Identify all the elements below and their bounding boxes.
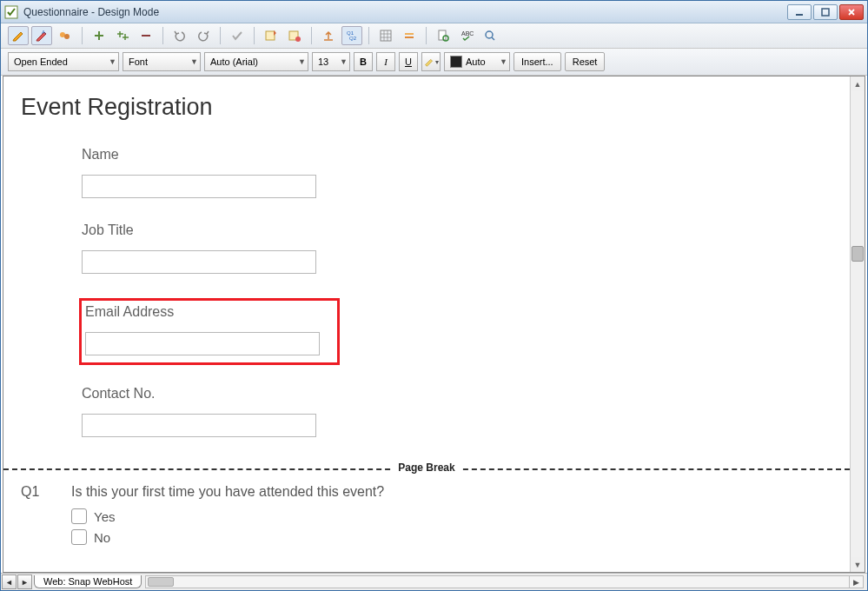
svg-rect-12 bbox=[381, 30, 391, 41]
svg-point-5 bbox=[64, 34, 70, 39]
separator bbox=[426, 27, 427, 44]
spellcheck-icon[interactable]: ABC bbox=[456, 26, 477, 45]
question-q1[interactable]: Q1 Is this your first time you have atte… bbox=[21, 484, 832, 550]
chevron-down-icon: ▼ bbox=[298, 57, 306, 66]
scroll-up-icon[interactable]: ▲ bbox=[851, 76, 865, 91]
text-input[interactable] bbox=[82, 250, 316, 274]
separator bbox=[311, 27, 312, 44]
design-canvas[interactable]: Event Registration Name Job Title Email … bbox=[3, 76, 850, 572]
app-window: Questionnaire - Design Mode A Q1Q2 ABC bbox=[0, 0, 868, 591]
question-text: Is this your first time you have attende… bbox=[71, 484, 384, 500]
font-name-combo[interactable]: Auto (Arial) ▼ bbox=[204, 52, 308, 71]
svg-rect-1 bbox=[796, 14, 803, 16]
option-label: No bbox=[94, 530, 110, 545]
color-value: Auto bbox=[466, 56, 500, 67]
text-input[interactable] bbox=[85, 332, 320, 355]
bold-button[interactable]: B bbox=[354, 52, 373, 71]
svg-text:ABC: ABC bbox=[461, 30, 474, 37]
field-email-address[interactable]: Email Address bbox=[79, 298, 340, 365]
maximize-button[interactable] bbox=[813, 4, 838, 20]
window-controls bbox=[787, 4, 864, 20]
tab-next-icon[interactable]: ► bbox=[17, 574, 32, 589]
tab-web[interactable]: Web: Snap WebHost bbox=[34, 575, 142, 588]
chevron-down-icon: ▼ bbox=[340, 57, 348, 66]
tab-prev-icon[interactable]: ◄ bbox=[2, 574, 17, 589]
page-title[interactable]: Event Registration bbox=[21, 94, 832, 121]
question-number: Q1 bbox=[21, 484, 56, 550]
svg-point-9 bbox=[295, 37, 301, 42]
field-job-title[interactable]: Job Title bbox=[82, 222, 832, 274]
scroll-track[interactable] bbox=[851, 91, 865, 557]
horizontal-scrollbar[interactable]: ▶ bbox=[145, 575, 864, 588]
option-no[interactable]: No bbox=[71, 529, 384, 545]
highlight-button[interactable]: ▾ bbox=[421, 52, 441, 71]
data-mode-icon[interactable] bbox=[55, 26, 76, 45]
grid-icon[interactable] bbox=[375, 26, 396, 45]
design-mode-icon[interactable] bbox=[8, 26, 29, 45]
field-label: Contact No. bbox=[82, 386, 832, 402]
svg-text:A: A bbox=[42, 30, 45, 35]
renumber-icon[interactable]: Q1Q2 bbox=[341, 26, 362, 45]
option-label: Yes bbox=[94, 509, 115, 524]
reset-button[interactable]: Reset bbox=[565, 52, 606, 71]
chevron-down-icon: ▼ bbox=[500, 57, 507, 66]
page-break-label: Page Break bbox=[393, 462, 460, 474]
undo-icon[interactable] bbox=[169, 26, 190, 45]
preview-icon[interactable] bbox=[433, 26, 454, 45]
redo-icon[interactable] bbox=[193, 26, 214, 45]
svg-rect-2 bbox=[822, 9, 829, 16]
option-yes[interactable]: Yes bbox=[71, 508, 384, 524]
canvas-area: Event Registration Name Job Title Email … bbox=[3, 76, 865, 573]
close-button[interactable] bbox=[839, 4, 864, 20]
variable-props-icon[interactable] bbox=[284, 26, 305, 45]
field-name[interactable]: Name bbox=[82, 147, 832, 198]
font-size-value: 13 bbox=[318, 56, 340, 67]
svg-point-16 bbox=[486, 31, 493, 38]
separator bbox=[162, 27, 163, 44]
delete-icon[interactable] bbox=[136, 26, 156, 45]
text-input[interactable] bbox=[82, 175, 316, 198]
chevron-down-icon: ▼ bbox=[190, 57, 198, 66]
style-mode-icon[interactable]: A bbox=[31, 26, 52, 45]
main-toolbar: A Q1Q2 ABC bbox=[1, 23, 867, 49]
check-icon[interactable] bbox=[227, 26, 248, 45]
font-name-value: Auto (Arial) bbox=[210, 56, 298, 67]
scroll-thumb[interactable] bbox=[148, 577, 174, 587]
search-icon[interactable] bbox=[480, 26, 500, 45]
app-icon bbox=[4, 5, 18, 19]
scroll-down-icon[interactable]: ▼ bbox=[851, 557, 865, 572]
font-family-value: Font bbox=[129, 56, 190, 67]
checkbox-icon[interactable] bbox=[71, 529, 87, 545]
question-type-value: Open Ended bbox=[14, 56, 109, 67]
separator bbox=[254, 27, 255, 44]
svg-rect-7 bbox=[266, 31, 275, 40]
field-label: Job Title bbox=[82, 222, 832, 238]
chevron-down-icon: ▼ bbox=[109, 57, 116, 66]
publish-icon[interactable] bbox=[318, 26, 339, 45]
layers-icon[interactable] bbox=[399, 26, 420, 45]
properties-icon[interactable] bbox=[261, 26, 282, 45]
font-size-combo[interactable]: 13 ▼ bbox=[312, 52, 350, 71]
scroll-thumb[interactable] bbox=[851, 246, 864, 262]
svg-text:Q2: Q2 bbox=[349, 36, 357, 41]
window-title: Questionnaire - Design Mode bbox=[23, 6, 787, 18]
page-break[interactable]: Page Break bbox=[3, 462, 850, 475]
format-toolbar: Open Ended ▼ Font ▼ Auto (Arial) ▼ 13 ▼ … bbox=[1, 49, 867, 76]
italic-button[interactable]: I bbox=[376, 52, 395, 71]
font-family-combo[interactable]: Font ▼ bbox=[123, 52, 201, 71]
checkbox-icon[interactable] bbox=[71, 508, 87, 524]
text-input[interactable] bbox=[82, 414, 316, 437]
separator bbox=[220, 27, 221, 44]
scroll-right-icon[interactable]: ▶ bbox=[849, 576, 863, 588]
insert-button[interactable]: Insert... bbox=[514, 52, 561, 71]
field-label: Name bbox=[82, 147, 832, 163]
minimize-button[interactable] bbox=[787, 4, 812, 20]
add-multi-icon[interactable] bbox=[112, 26, 133, 45]
color-combo[interactable]: Auto ▼ bbox=[444, 52, 510, 71]
field-contact-no[interactable]: Contact No. bbox=[82, 386, 832, 437]
underline-button[interactable]: U bbox=[399, 52, 418, 71]
separator bbox=[82, 27, 83, 44]
question-type-combo[interactable]: Open Ended ▼ bbox=[8, 52, 119, 71]
vertical-scrollbar[interactable]: ▲ ▼ bbox=[850, 76, 865, 572]
add-question-icon[interactable] bbox=[89, 26, 109, 45]
